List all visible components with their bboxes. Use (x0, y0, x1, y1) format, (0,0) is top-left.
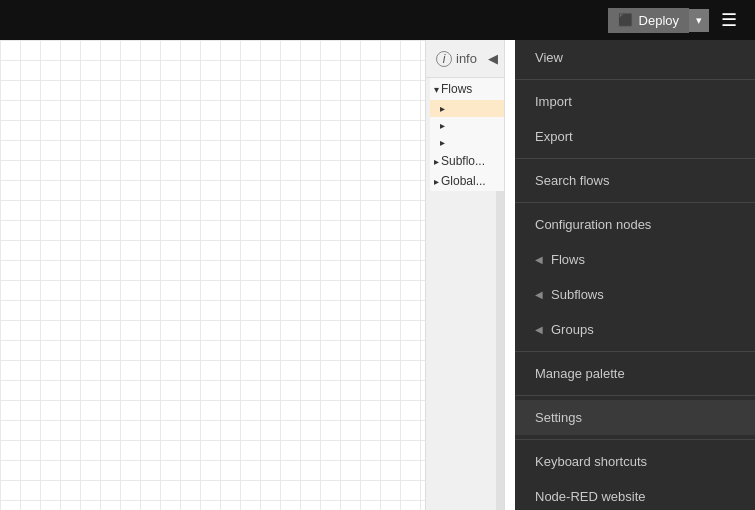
menu-divider (515, 439, 755, 440)
flow-item-1[interactable]: ▸ (430, 100, 504, 117)
submenu-arrow-icon: ◀ (535, 324, 543, 335)
menu-item-label: Subflows (551, 287, 604, 302)
hamburger-icon: ☰ (721, 10, 737, 30)
menu-item-label: Import (535, 94, 572, 109)
subflows-label: Subflo... (441, 154, 485, 168)
menu-item-settings[interactable]: Settings (515, 400, 755, 435)
submenu-arrow-icon: ◀ (535, 254, 543, 265)
submenu-arrow-icon: ◀ (535, 289, 543, 300)
menu-item-label: View (535, 50, 563, 65)
menu-item-label: Search flows (535, 173, 609, 188)
dropdown-menu: ViewImportExportSearch flowsConfiguratio… (515, 40, 755, 510)
menu-item-label: Groups (551, 322, 594, 337)
chevron-down-icon: ▾ (696, 14, 702, 26)
menu-item-label: Node-RED website (535, 489, 646, 504)
hamburger-button[interactable]: ☰ (713, 4, 745, 36)
menu-item-flows[interactable]: ◀Flows (515, 242, 755, 277)
canvas-area (0, 40, 425, 510)
flows-tree: ▾ Flows ▸ ▸ ▸ ▸ Subflo... ▸ Global... (430, 78, 505, 191)
flow-arrow-2: ▸ (440, 120, 445, 131)
menu-item-subflows[interactable]: ◀Subflows (515, 277, 755, 312)
menu-item-node-red-website[interactable]: Node-RED website (515, 479, 755, 510)
top-bar: ⬛ Deploy ▾ ☰ (0, 0, 755, 40)
menu-item-label: Settings (535, 410, 582, 425)
global-arrow: ▸ (434, 176, 439, 187)
menu-divider (515, 158, 755, 159)
menu-divider (515, 351, 755, 352)
deploy-label: Deploy (639, 13, 679, 28)
menu-item-label: Configuration nodes (535, 217, 651, 232)
flows-collapse-icon: ▾ (434, 84, 439, 95)
flow-item-3[interactable]: ▸ (430, 134, 504, 151)
menu-item-label: Keyboard shortcuts (535, 454, 647, 469)
deploy-dropdown-button[interactable]: ▾ (689, 9, 709, 32)
menu-item-import[interactable]: Import (515, 84, 755, 119)
deploy-icon: ⬛ (618, 13, 633, 27)
flow-arrow-3: ▸ (440, 137, 445, 148)
menu-item-manage-palette[interactable]: Manage palette (515, 356, 755, 391)
global-label: Global... (441, 174, 486, 188)
menu-item-keyboard-shortcuts[interactable]: Keyboard shortcuts (515, 444, 755, 479)
menu-divider (515, 395, 755, 396)
menu-divider (515, 202, 755, 203)
menu-divider (515, 79, 755, 80)
menu-item-configuration-nodes[interactable]: Configuration nodes (515, 207, 755, 242)
menu-item-label: Manage palette (535, 366, 625, 381)
menu-item-view[interactable]: View (515, 40, 755, 75)
flows-section-header[interactable]: ▾ Flows (430, 78, 504, 100)
flow-item-2[interactable]: ▸ (430, 117, 504, 134)
menu-item-label: Flows (551, 252, 585, 267)
deploy-button[interactable]: ⬛ Deploy (608, 8, 689, 33)
subflows-item[interactable]: ▸ Subflo... (430, 151, 504, 171)
flows-section-label: Flows (441, 82, 472, 96)
info-tab-label: info (456, 51, 477, 66)
menu-item-search-flows[interactable]: Search flows (515, 163, 755, 198)
menu-item-label: Export (535, 129, 573, 144)
sidebar-collapse-button[interactable]: ◀ (488, 51, 498, 66)
grid-background (0, 40, 425, 510)
menu-item-export[interactable]: Export (515, 119, 755, 154)
menu-item-groups[interactable]: ◀Groups (515, 312, 755, 347)
subflows-arrow: ▸ (434, 156, 439, 167)
flow-arrow-1: ▸ (440, 103, 445, 114)
info-i-icon: i (436, 51, 452, 67)
global-item[interactable]: ▸ Global... (430, 171, 504, 191)
info-tab-area: i info ◀ (430, 40, 505, 78)
